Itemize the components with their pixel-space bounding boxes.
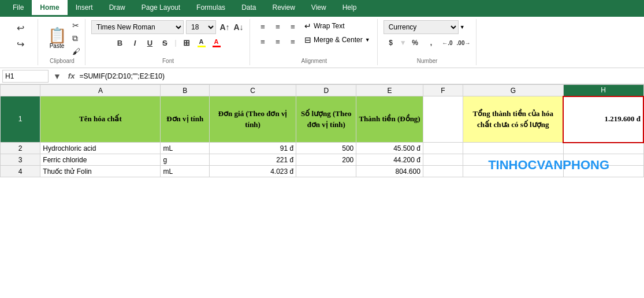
tab-draw[interactable]: Draw bbox=[101, 0, 133, 17]
bold-button[interactable]: B bbox=[113, 36, 126, 49]
merge-center-button[interactable]: ⊟ Merge & Center ▼ bbox=[302, 34, 373, 46]
number-format-dropdown-icon[interactable]: ▼ bbox=[460, 24, 465, 30]
percent-button[interactable]: % bbox=[408, 36, 423, 49]
merge-center-label: Merge & Center bbox=[314, 36, 363, 44]
cell-H3[interactable] bbox=[563, 154, 643, 166]
borders-button[interactable]: ⊞ bbox=[180, 36, 193, 49]
col-header-H[interactable]: H bbox=[563, 85, 643, 96]
cell-G3[interactable] bbox=[463, 154, 563, 166]
redo-button[interactable]: ↪ bbox=[12, 36, 30, 51]
col-header-C[interactable]: C bbox=[209, 85, 296, 96]
italic-button[interactable]: I bbox=[128, 36, 141, 49]
cell-D3[interactable]: 200 bbox=[296, 154, 356, 166]
tab-page-layout[interactable]: Page Layout bbox=[133, 0, 188, 17]
ribbon-tabs: File Home Insert Draw Page Layout Formul… bbox=[0, 0, 644, 17]
cell-D4[interactable] bbox=[296, 166, 356, 177]
clipboard-label: Clipboard bbox=[50, 58, 75, 64]
tab-view[interactable]: View bbox=[303, 0, 334, 17]
cell-A1[interactable]: Tên hóa chất bbox=[40, 96, 161, 143]
cell-D2[interactable]: 500 bbox=[296, 143, 356, 154]
align-top-right-button[interactable]: ≡ bbox=[286, 20, 300, 33]
tab-review[interactable]: Review bbox=[264, 0, 303, 17]
cell-B2[interactable]: mL bbox=[161, 143, 209, 154]
cell-E3[interactable]: 44.200 đ bbox=[356, 154, 423, 166]
tab-file[interactable]: File bbox=[5, 0, 32, 17]
paste-button[interactable]: 📋 Paste bbox=[44, 25, 70, 51]
paste-icon: 📋 bbox=[48, 28, 66, 43]
cell-E4[interactable]: 804.600 bbox=[356, 166, 423, 177]
row-header-1[interactable]: 1 bbox=[1, 96, 40, 143]
formula-input[interactable] bbox=[79, 72, 642, 80]
align-top-center-button[interactable]: ≡ bbox=[271, 20, 285, 33]
col-header-F[interactable]: F bbox=[423, 85, 463, 96]
wrap-text-button[interactable]: ↵ Wrap Text bbox=[302, 20, 373, 32]
cell-F2[interactable] bbox=[423, 143, 463, 154]
cell-F1[interactable] bbox=[423, 96, 463, 143]
font-color-button[interactable]: A bbox=[210, 36, 223, 49]
cell-F3[interactable] bbox=[423, 154, 463, 166]
cell-A2[interactable]: Hydrochloric acid bbox=[40, 143, 161, 154]
cell-D1[interactable]: Số lượng (Theo đơn vị tính) bbox=[296, 96, 356, 143]
align-left-column: ≡ ≡ ≡ ≡ ≡ ≡ bbox=[256, 20, 300, 48]
tab-home[interactable]: Home bbox=[32, 0, 67, 17]
col-header-B[interactable]: B bbox=[161, 85, 209, 96]
cell-G1[interactable]: Tổng thành tiền của hóa chất chưa có số … bbox=[463, 96, 563, 143]
cell-H2[interactable] bbox=[563, 143, 643, 154]
strikethrough-button[interactable]: S bbox=[158, 36, 171, 49]
row-header-4[interactable]: 4 bbox=[1, 166, 40, 177]
font-size-select[interactable]: 18 bbox=[186, 20, 216, 34]
font-name-select[interactable]: Times New Roman bbox=[91, 20, 184, 34]
cell-B4[interactable]: mL bbox=[161, 166, 209, 177]
tab-data[interactable]: Data bbox=[233, 0, 264, 17]
tab-formulas[interactable]: Formulas bbox=[188, 0, 233, 17]
cell-A3[interactable]: Ferric chloride bbox=[40, 154, 161, 166]
formula-expand-icon[interactable]: ▼ bbox=[51, 72, 64, 81]
cell-A4[interactable]: Thuốc thử Folin bbox=[40, 166, 161, 177]
fill-color-button[interactable]: A bbox=[195, 36, 208, 49]
col-header-A[interactable]: A bbox=[40, 85, 161, 96]
font-size-buttons: A↑ A↓ bbox=[218, 21, 245, 33]
cell-C2[interactable]: 91 đ bbox=[209, 143, 296, 154]
cell-B1[interactable]: Đơn vị tính bbox=[161, 96, 209, 143]
cell-H4[interactable] bbox=[563, 166, 643, 177]
indent-row: ≡ ≡ ≡ bbox=[256, 35, 300, 48]
cell-G4[interactable] bbox=[463, 166, 563, 177]
format-painter-icon[interactable]: 🖌 bbox=[72, 47, 80, 56]
align-bottom-center-button[interactable]: ≡ bbox=[271, 35, 285, 48]
cell-C4[interactable]: 4.023 đ bbox=[209, 166, 296, 177]
currency-button[interactable]: $ bbox=[384, 36, 399, 49]
number-format-select[interactable]: Currency bbox=[384, 20, 459, 34]
increase-decimal-button[interactable]: .00→ bbox=[456, 36, 471, 49]
cell-reference-box[interactable]: H1 bbox=[2, 70, 49, 83]
comma-button[interactable]: , bbox=[424, 36, 439, 49]
col-header-E[interactable]: E bbox=[356, 85, 423, 96]
tab-help[interactable]: Help bbox=[334, 0, 365, 17]
merge-icon: ⊟ bbox=[304, 35, 311, 44]
cell-E1[interactable]: Thành tiền (Đồng) bbox=[356, 96, 423, 143]
merge-dropdown-icon[interactable]: ▼ bbox=[365, 37, 370, 43]
col-header-D[interactable]: D bbox=[296, 85, 356, 96]
row-header-3[interactable]: 3 bbox=[1, 154, 40, 166]
cell-E2[interactable]: 45.500 đ bbox=[356, 143, 423, 154]
table-row: 2 Hydrochloric acid mL 91 đ 500 45.500 đ bbox=[1, 143, 644, 154]
cell-H1[interactable]: 1.219.600 đ bbox=[563, 96, 643, 143]
decrease-decimal-button[interactable]: ←.0 bbox=[440, 36, 455, 49]
cell-G2[interactable] bbox=[463, 143, 563, 154]
corner-cell bbox=[1, 85, 40, 96]
cell-F4[interactable] bbox=[423, 166, 463, 177]
font-grow-button[interactable]: A↑ bbox=[218, 21, 231, 33]
cell-B3[interactable]: g bbox=[161, 154, 209, 166]
align-top-left-button[interactable]: ≡ bbox=[256, 20, 270, 33]
row-header-2[interactable]: 2 bbox=[1, 143, 40, 154]
font-shrink-button[interactable]: A↓ bbox=[232, 21, 245, 33]
col-header-G[interactable]: G bbox=[463, 85, 563, 96]
undo-button[interactable]: ↩ bbox=[12, 20, 30, 35]
align-bottom-right-button[interactable]: ≡ bbox=[286, 35, 300, 48]
tab-insert[interactable]: Insert bbox=[68, 0, 101, 17]
underline-button[interactable]: U bbox=[143, 36, 156, 49]
cell-C3[interactable]: 221 đ bbox=[209, 154, 296, 166]
cut-icon[interactable]: ✂ bbox=[72, 21, 80, 30]
align-bottom-left-button[interactable]: ≡ bbox=[256, 35, 270, 48]
cell-C1[interactable]: Đơn giá (Theo đơn vị tính) bbox=[209, 96, 296, 143]
copy-icon[interactable]: ⧉ bbox=[72, 33, 80, 43]
